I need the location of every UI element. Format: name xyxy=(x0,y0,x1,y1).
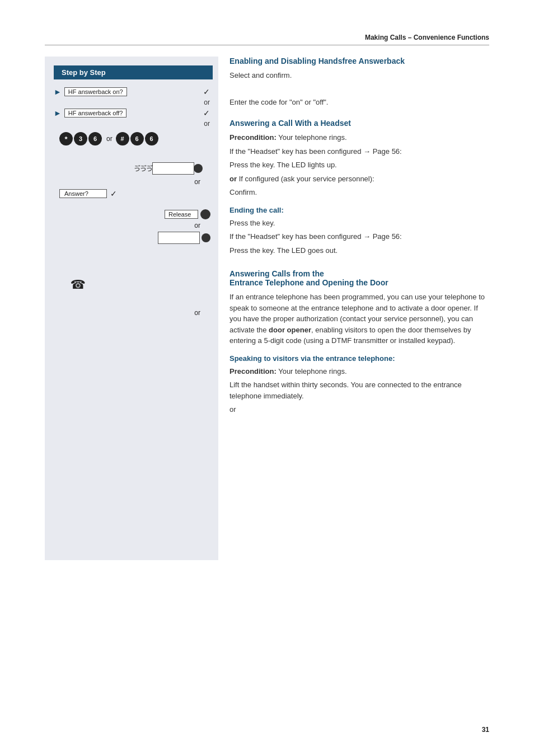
dial-or-label: or xyxy=(106,135,113,143)
ending-call-heading: Ending the call: xyxy=(229,206,489,214)
blank-key-graphic xyxy=(158,232,200,244)
or-label-2: or xyxy=(54,120,213,128)
entrance-left-section: ☎ or xyxy=(54,278,213,317)
answering-headset-heading: Answering a Call With a Headset xyxy=(229,119,489,128)
six-key-3: 6 xyxy=(145,132,158,145)
step-by-step-header: Step by Step xyxy=(54,65,213,79)
check-hf-off: ✓ xyxy=(203,109,213,118)
answer-button: Answer? xyxy=(59,189,107,198)
answering-calls-entrance-section: Answering Calls from the Entrance Teleph… xyxy=(229,269,489,415)
right-panel: Enabling and Disabling Handsfree Answerb… xyxy=(218,57,489,560)
lift-handset-text: Lift the handset within thirty seconds. … xyxy=(229,379,489,401)
star-key: * xyxy=(59,132,73,145)
or-text: or If configured (ask your service perso… xyxy=(229,173,489,185)
precondition-text: Your telephone rings. xyxy=(278,133,346,142)
six-key-2: 6 xyxy=(130,132,144,145)
confirm-text: Confirm. xyxy=(229,187,489,198)
answer-row: Answer? ✓ xyxy=(59,189,213,198)
or-label-right: or xyxy=(229,404,489,415)
speaking-precondition: Precondition: Your telephone rings. xyxy=(229,366,489,377)
blank-key-row xyxy=(54,232,210,244)
headset-key-graphic xyxy=(152,162,194,175)
or-label-3: or xyxy=(54,178,200,186)
page-number: 31 xyxy=(482,726,489,734)
precondition-line: Precondition: Your telephone rings. xyxy=(229,132,489,143)
answering-entrance-heading: Answering Calls from the Entrance Teleph… xyxy=(229,269,489,287)
if-configured-text: If configured (ask your service personne… xyxy=(239,175,374,183)
speaking-heading: Speaking to visitors via the entrance te… xyxy=(229,354,489,363)
main-layout: Step by Step ► HF answerback on? ✓ or ► … xyxy=(45,57,489,560)
enabling-text1: Select and confirm. xyxy=(229,70,489,81)
or-bold: or xyxy=(229,175,237,183)
hf-on-button: HF answerback on? xyxy=(64,87,127,96)
header-title: Making Calls – Convenience Functions xyxy=(365,34,489,41)
page: Making Calls – Convenience Functions Ste… xyxy=(0,0,534,756)
arrow-icon-hf-on: ► xyxy=(54,87,62,96)
release-circle-icon xyxy=(200,209,210,219)
press-key-led-up: Press the key. The LED lights up. xyxy=(229,159,489,171)
check-hf-on: ✓ xyxy=(203,87,213,96)
enabling-heading: Enabling and Disabling Handsfree Answerb… xyxy=(229,57,489,65)
headset-configured-text: If the "Headset" key has been configured… xyxy=(229,146,489,157)
headset-key-circle xyxy=(194,164,203,173)
answering-headset-section: Answering a Call With a Headset Precondi… xyxy=(229,119,489,256)
press-key-led-out: Press the key. The LED goes out. xyxy=(229,245,489,256)
enabling-text2: Enter the code for "on" or "off". xyxy=(229,97,489,108)
precondition-label: Precondition: xyxy=(229,133,277,142)
hf-answerback-on-row: ► HF answerback on? ✓ xyxy=(54,87,213,96)
answer-check: ✓ xyxy=(110,189,117,198)
press-key-text: Press the key. xyxy=(229,218,489,229)
headset-section: ゔゔゔ or Answer? ✓ xyxy=(54,162,213,198)
handset-icon: ☎ xyxy=(71,278,86,292)
three-key: 3 xyxy=(74,132,87,145)
release-button: Release xyxy=(165,210,198,219)
handset-icon-area: ☎ xyxy=(71,278,213,292)
headset-configured-text2: If the "Headset" key has been configured… xyxy=(229,231,489,242)
six-key-1: 6 xyxy=(88,132,102,145)
or-label-5: or xyxy=(54,309,200,317)
blank-key-circle xyxy=(202,233,210,242)
ending-section: Release or xyxy=(54,209,213,244)
entrance-paragraph: If an entrance telephone has been progra… xyxy=(229,292,489,346)
door-opener-bold: door opener xyxy=(269,326,311,334)
page-header: Making Calls – Convenience Functions xyxy=(45,34,489,45)
speaking-precondition-label: Precondition: xyxy=(229,367,277,375)
step-by-step-label: Step by Step xyxy=(62,68,106,77)
left-panel: Step by Step ► HF answerback on? ✓ or ► … xyxy=(45,57,218,560)
wavy-lines-icon: ゔゔゔ xyxy=(134,164,152,173)
or-label-4: or xyxy=(54,222,200,229)
hf-off-button: HF answerback off? xyxy=(64,109,127,118)
or-label-1: or xyxy=(54,98,213,106)
arrow-icon-hf-off: ► xyxy=(54,109,62,118)
left-gray-background: Step by Step ► HF answerback on? ✓ or ► … xyxy=(45,57,218,560)
release-row: Release xyxy=(54,209,210,219)
hash-key: # xyxy=(116,132,129,145)
dial-keys-section: * 3 6 or # 6 6 xyxy=(54,132,213,145)
hf-answerback-off-row: ► HF answerback off? ✓ xyxy=(54,109,213,118)
speaking-precondition-text: Your telephone rings. xyxy=(278,367,346,375)
